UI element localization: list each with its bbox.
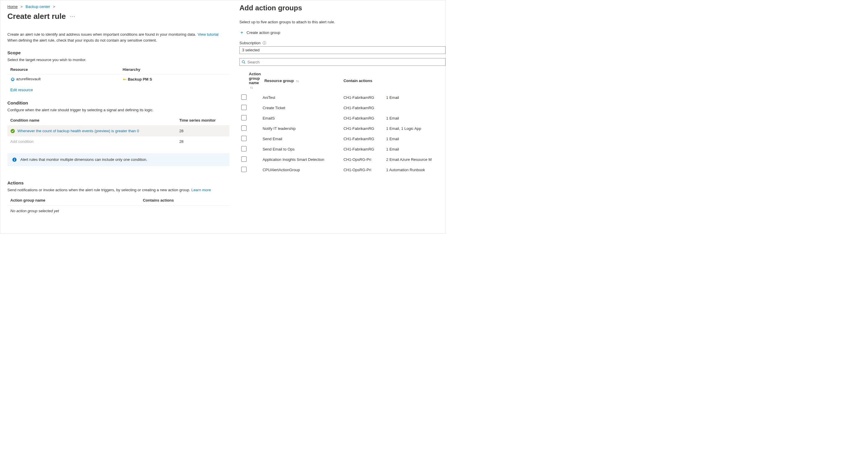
ag-name: CPUAlertActionGroup	[262, 165, 342, 175]
sort-icon: ↑↓	[296, 79, 299, 83]
breadcrumb-backup-center[interactable]: Backup center	[26, 4, 50, 9]
add-condition-row[interactable]: Add condition 28	[7, 136, 229, 147]
action-group-row[interactable]: Send Email to Ops CH1-FabrikamRG 1 Email	[240, 144, 445, 154]
svg-rect-1	[12, 78, 13, 80]
search-icon	[242, 60, 246, 64]
col-hierarchy: Hierarchy	[120, 65, 229, 74]
intro-line2: When defining the alert rule, check that…	[7, 38, 157, 42]
condition-ts-value: 28	[176, 125, 229, 136]
breadcrumb: Home > Backup center >	[7, 4, 229, 9]
col-action-group-name: Action group name	[7, 195, 140, 206]
create-alert-rule-pane: Home > Backup center > Create alert rule…	[0, 0, 237, 233]
add-action-groups-panel: Add action groups Select up to five acti…	[237, 0, 445, 233]
ag-actions: 1 Email	[384, 144, 445, 154]
breadcrumb-home[interactable]: Home	[7, 4, 18, 9]
create-action-group-button[interactable]: ＋ Create action group	[240, 30, 445, 35]
ag-actions: 1 Automation Runbook	[384, 165, 445, 175]
condition-table: Condition name Time series monitor Whene…	[7, 115, 229, 147]
search-input[interactable]	[247, 60, 443, 64]
intro-text: Create an alert rule to identify and add…	[7, 32, 229, 43]
condition-row[interactable]: Whenever the count of backup health even…	[7, 125, 229, 136]
ag-rg: CH1-OpsRG-Pri	[342, 165, 384, 175]
action-group-row[interactable]: Send Email CH1-FabrikamRG 1 Email	[240, 134, 445, 144]
ag-actions: 2 Email Azure Resource M	[384, 154, 445, 165]
row-checkbox[interactable]	[241, 125, 247, 131]
ag-name: Notify IT leadership	[262, 123, 342, 134]
resource-name: azurefilesvault	[16, 77, 41, 81]
ag-rg: CH1-FabrikamRG	[342, 92, 384, 103]
action-group-row[interactable]: AniTest CH1-FabrikamRG 1 Email	[240, 92, 445, 103]
row-checkbox[interactable]	[241, 156, 247, 162]
col-ag-actions[interactable]: Contain actions	[342, 69, 384, 92]
hierarchy-value: Backup PM S	[128, 77, 152, 82]
info-icon	[12, 157, 17, 162]
ag-name: AniTest	[262, 92, 342, 103]
sort-icon: ↑↓	[250, 86, 253, 89]
scope-heading: Scope	[7, 50, 229, 55]
row-checkbox[interactable]	[241, 94, 247, 100]
action-group-row[interactable]: Application Insights Smart Detection CH1…	[240, 154, 445, 165]
scope-resource-row[interactable]: azurefilesvault Backup PM S	[7, 74, 229, 84]
actions-empty-row: No action group selected yet	[7, 205, 229, 216]
row-checkbox[interactable]	[241, 136, 247, 141]
actions-heading: Actions	[7, 180, 229, 185]
actions-sub: Send notifications or invoke actions whe…	[7, 188, 229, 192]
view-tutorial-link[interactable]: View tutorial	[197, 32, 218, 37]
ag-name: Application Insights Smart Detection	[262, 154, 342, 165]
intro-line1: Create an alert rule to identify and add…	[7, 32, 197, 37]
ag-rg: CH1-FabrikamRG	[342, 113, 384, 123]
condition-name-link[interactable]: Whenever the count of backup health even…	[18, 129, 139, 133]
page-title: Create alert rule	[7, 12, 66, 21]
col-contains-actions: Contains actions	[140, 195, 229, 206]
ag-actions	[384, 103, 445, 113]
action-group-row[interactable]: EmailS CH1-FabrikamRG 1 Email	[240, 113, 445, 123]
col-condition-name: Condition name	[7, 115, 176, 126]
action-groups-table: Action group name ↑↓ Resource group ↑↓ C…	[240, 69, 445, 175]
check-circle-icon	[10, 129, 15, 133]
svg-rect-4	[126, 79, 126, 80]
row-checkbox[interactable]	[241, 115, 247, 121]
ag-actions: 1 Email	[384, 92, 445, 103]
condition-heading: Condition	[7, 100, 229, 105]
info-text: Alert rules that monitor multiple dimens…	[20, 157, 147, 162]
row-checkbox[interactable]	[241, 146, 247, 152]
col-ag-name[interactable]: Action group name ↑↓	[240, 69, 262, 92]
info-outline-icon[interactable]	[262, 41, 266, 45]
panel-title: Add action groups	[240, 4, 445, 12]
action-group-row[interactable]: CPUAlertActionGroup CH1-OpsRG-Pri 1 Auto…	[240, 165, 445, 175]
row-checkbox[interactable]	[241, 105, 247, 110]
vault-icon	[10, 77, 15, 82]
chevron-right-icon: >	[20, 4, 23, 9]
svg-rect-8	[14, 159, 15, 159]
ag-name: Send Email to Ops	[262, 144, 342, 154]
action-group-search[interactable]	[240, 58, 445, 66]
learn-more-link[interactable]: Learn more	[191, 188, 211, 192]
edit-resource-link[interactable]: Edit resource	[10, 88, 33, 92]
svg-line-13	[244, 63, 245, 63]
subscription-select[interactable]: 3 selected	[240, 46, 445, 54]
add-condition-placeholder: Add condition	[10, 139, 34, 144]
col-time-series: Time series monitor	[176, 115, 229, 126]
action-group-row[interactable]: Notify IT leadership CH1-FabrikamRG 1 Em…	[240, 123, 445, 134]
ag-actions: 1 Email	[384, 113, 445, 123]
actions-empty-text: No action group selected yet	[7, 205, 140, 216]
ag-actions: 1 Email, 1 Logic App	[384, 123, 445, 134]
svg-rect-10	[264, 43, 264, 44]
ag-name: Send Email	[262, 134, 342, 144]
col-ag-rg[interactable]: Resource group ↑↓	[262, 69, 342, 92]
ag-rg: CH1-FabrikamRG	[342, 134, 384, 144]
create-action-group-label: Create action group	[247, 30, 280, 35]
action-group-row[interactable]: Create Ticket CH1-FabrikamRG	[240, 103, 445, 113]
scope-resource-table: Resource Hierarchy azurefilesvault Backu…	[7, 65, 229, 84]
panel-sub: Select up to five action groups to attac…	[240, 20, 445, 24]
col-resource: Resource	[7, 65, 120, 74]
more-menu-icon[interactable]: ···	[70, 13, 75, 20]
row-checkbox[interactable]	[241, 167, 247, 172]
ag-rg: CH1-FabrikamRG	[342, 123, 384, 134]
svg-rect-11	[264, 42, 264, 42]
add-condition-ts: 28	[176, 136, 229, 147]
ag-rg: CH1-FabrikamRG	[342, 144, 384, 154]
ag-rg: CH1-FabrikamRG	[342, 103, 384, 113]
plus-icon: ＋	[240, 30, 244, 35]
scope-sub: Select the target resource you wish to m…	[7, 58, 229, 62]
